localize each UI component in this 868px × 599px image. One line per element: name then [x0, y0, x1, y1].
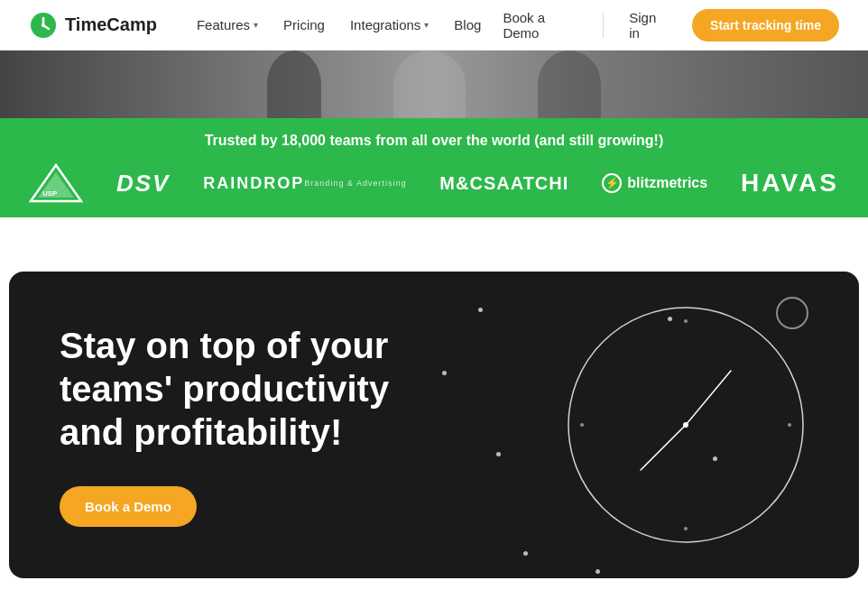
blitzmetrics-logo: ⚡ blitzmetrics [602, 173, 707, 193]
dot-1 [478, 308, 483, 312]
nav-integrations[interactable]: Integrations ▾ [339, 10, 439, 40]
logo[interactable]: TimeCamp [29, 11, 157, 40]
svg-point-1 [42, 23, 45, 27]
mcsaatchi-logo: M&CSAATCHI [439, 173, 568, 194]
usp-logo: USP [29, 163, 83, 203]
whitespace [0, 217, 868, 272]
dot-5 [523, 551, 528, 556]
nav-blog[interactable]: Blog [443, 10, 492, 40]
trust-bar-title: Trusted by 18,000 teams from all over th… [29, 133, 839, 149]
trust-logos: USP DSV RAINDROP Branding & Advertising … [29, 163, 839, 203]
trust-bar: Trusted by 18,000 teams from all over th… [0, 118, 868, 217]
nav-pricing[interactable]: Pricing [272, 10, 336, 40]
start-tracking-button[interactable]: Start tracking time [692, 9, 839, 41]
usp-logo-svg: USP [29, 163, 83, 203]
dark-content: Stay on top of your teams' productivity … [60, 324, 808, 527]
raindrop-logo: RAINDROP Branding & Advertising [203, 174, 406, 193]
nav-features[interactable]: Features ▾ [186, 10, 269, 40]
nav-divider [603, 13, 604, 38]
integrations-chevron-icon: ▾ [424, 20, 429, 30]
nav-links: Features ▾ Pricing Integrations ▾ Blog [186, 10, 492, 40]
havas-logo: HAVAS [741, 169, 839, 198]
dark-section-heading: Stay on top of your teams' productivity … [60, 324, 402, 454]
book-demo-button[interactable]: Book a Demo [60, 486, 197, 527]
dark-section: Stay on top of your teams' productivity … [9, 272, 859, 578]
logo-text: TimeCamp [65, 14, 157, 35]
blitz-icon: ⚡ [602, 173, 622, 193]
nav-book-demo[interactable]: Book a Demo [492, 3, 588, 48]
svg-point-11 [684, 527, 688, 530]
hero-image-strip [0, 51, 868, 118]
signin-button[interactable]: Sign in [618, 3, 678, 48]
features-chevron-icon: ▾ [254, 20, 258, 30]
navbar: TimeCamp Features ▾ Pricing Integrations… [0, 0, 868, 51]
dot-6 [596, 569, 600, 574]
svg-point-9 [684, 319, 688, 323]
timecamp-logo-icon [29, 11, 58, 40]
svg-text:USP: USP [42, 189, 58, 198]
dsv-logo: DSV [116, 170, 170, 198]
nav-right: Book a Demo Sign in Start tracking time [492, 3, 839, 48]
